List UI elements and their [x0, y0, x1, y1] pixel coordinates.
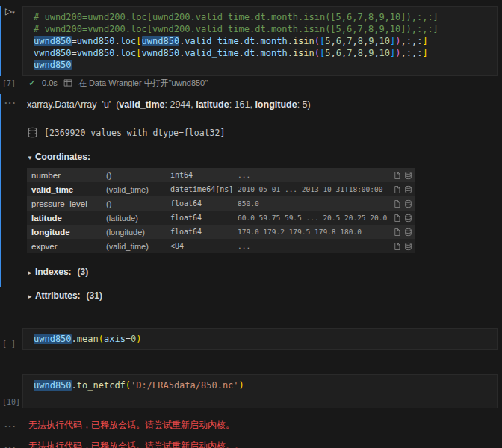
code-token: vwnd850: [77, 48, 115, 58]
cell3-gutter: [10]: [0, 374, 22, 408]
notebook-cell-3: [10] uwnd850.to_netcdf('D:/ERA5data/850.…: [0, 374, 502, 408]
cell1-output: ··· xarray.DataArray 'u' (valid_time: 29…: [0, 96, 502, 301]
xarray-header: xarray.DataArray 'u' (valid_time: 2944, …: [27, 99, 502, 111]
attributes-page-icon[interactable]: [393, 214, 401, 223]
code-line[interactable]: uwnd850.mean(axis=0): [34, 333, 491, 345]
code-editor-cell-2[interactable]: uwnd850.mean(axis=0): [22, 328, 498, 350]
success-check-icon: ✓: [28, 78, 36, 88]
output-gutter: ···: [0, 440, 22, 448]
code-token: ]: [422, 36, 427, 46]
array-values-summary: [2369920 values with dtype=float32]: [44, 128, 225, 138]
coordinates-section-toggle[interactable]: ▼Coordinates:: [27, 152, 502, 162]
code-token: ): [395, 36, 400, 46]
code-token: isin: [293, 36, 314, 46]
triangle-down-icon: ▼: [27, 155, 33, 161]
database-icon[interactable]: [404, 171, 412, 180]
code-line[interactable]: # vwnd200=vwnd200.loc[vwnd200.valid_time…: [34, 23, 491, 35]
output-overflow-icon[interactable]: ···: [4, 97, 16, 108]
code-token: valid_time: [185, 36, 238, 46]
execution-time: 0.0s: [42, 78, 58, 87]
code-editor-cell-1[interactable]: # uwnd200=uwnd200.loc[uwnd200.valid_time…: [22, 6, 498, 76]
output-focus-bar: [0, 94, 1, 287]
code-line[interactable]: vwnd850=vwnd850.loc[vwnd850.valid_time.d…: [34, 47, 491, 59]
code-token: [: [136, 48, 141, 58]
code-token: dt: [244, 36, 255, 46]
coord-name: number: [31, 171, 106, 180]
database-icon[interactable]: [404, 199, 412, 208]
code-token: 6: [336, 36, 341, 46]
code-line[interactable]: uwnd850.to_netcdf('D:/ERA5data/850.nc'): [34, 379, 491, 391]
error-message: 无法执行代码，已释放会话。请尝试重新启动内核。。: [22, 440, 502, 448]
code-token: =: [72, 48, 77, 58]
output-overflow-icon[interactable]: ···: [4, 441, 16, 448]
play-icon: ▷: [5, 6, 12, 16]
code-token: uwnd850: [34, 334, 72, 344]
code-token: loc: [120, 48, 137, 58]
code-token: [97, 99, 102, 110]
coordinates-table: number () int64 ... valid_time (valid_ti…: [27, 168, 415, 253]
code-line[interactable]: uwnd850=uwnd850.loc[uwnd850.valid_time.d…: [34, 35, 491, 47]
indexes-section-toggle[interactable]: ►Indexes:(3): [27, 267, 502, 277]
database-icon[interactable]: [404, 228, 412, 237]
xarray-array-preview: [2369920 values with dtype=float32]: [27, 127, 502, 138]
code-token: ,: [374, 48, 379, 58]
code-token: loc: [120, 36, 137, 46]
coord-preview: 2010-05-01 ... 2013-10-31T18:00:00: [238, 185, 391, 193]
attributes-page-icon[interactable]: [393, 242, 401, 251]
coord-preview: 179.0 179.2 179.5 179.8 180.0: [238, 228, 391, 236]
code-token: xarray.DataArray: [27, 99, 97, 110]
notebook-cell-2: [ ] uwnd850.mean(axis=0): [0, 328, 502, 350]
attributes-page-icon[interactable]: [393, 171, 401, 180]
execution-count: [7]: [2, 79, 16, 87]
coord-dtype: float64: [170, 228, 238, 236]
code-token: .: [72, 380, 77, 391]
coord-dims: (latitude): [106, 214, 170, 223]
output-overflow-icon[interactable]: ···: [4, 420, 16, 432]
code-token: 'u': [102, 99, 111, 110]
coord-row: number () int64 ...: [27, 168, 415, 182]
database-icon[interactable]: [404, 214, 412, 223]
code-token: ,: [331, 48, 336, 58]
notebook-cell-1: ▷▾ [7] # uwnd200=uwnd200.loc[uwnd200.val…: [0, 6, 502, 90]
coord-row: pressure_level () float64 850.0: [27, 196, 415, 211]
database-icon[interactable]: [404, 185, 412, 194]
attributes-page-icon[interactable]: [393, 199, 401, 208]
code-token: 6: [336, 48, 341, 58]
attributes-section-toggle[interactable]: ►Attributes:(31): [27, 290, 502, 301]
code-token: latitude: [196, 99, 229, 110]
attributes-page-icon[interactable]: [393, 228, 401, 237]
code-token: # vwnd200=vwnd200.loc[vwnd200.valid_time…: [34, 24, 439, 34]
coord-dims: (valid_time): [106, 242, 170, 251]
cell-focus-bar: [0, 6, 1, 76]
code-token: (: [314, 48, 320, 58]
open-in-data-wrangler-link[interactable]: 在 Data Wrangler 中打开"uwnd850": [78, 78, 208, 89]
indexes-label: Indexes:: [35, 267, 72, 277]
cell1-gutter: ▷▾ [7]: [0, 6, 22, 90]
code-token: valid_time: [119, 99, 164, 110]
code-token: dt: [244, 48, 255, 58]
code-token: .: [239, 36, 244, 46]
coord-dims: (): [106, 171, 170, 180]
code-token: month: [261, 48, 288, 58]
cell-status-bar: ✓ 0.0s 在 Data Wrangler 中打开"uwnd850": [22, 76, 502, 90]
database-icon[interactable]: [404, 242, 412, 251]
run-cell-button[interactable]: ▷▾: [5, 6, 15, 16]
database-icon[interactable]: [27, 127, 38, 138]
cell2-gutter: [ ]: [0, 328, 22, 350]
code-editor-cell-3[interactable]: uwnd850.to_netcdf('D:/ERA5data/850.nc'): [22, 374, 498, 408]
triangle-right-icon: ►: [27, 270, 33, 276]
code-token: ): [395, 48, 400, 58]
code-line[interactable]: uwnd850: [34, 59, 491, 71]
code-token: ): [136, 334, 141, 344]
chevron-down-icon: ▾: [12, 10, 15, 16]
code-line-empty[interactable]: [34, 391, 491, 403]
execution-count: [10]: [2, 398, 20, 406]
code-token: .: [72, 334, 77, 344]
code-token: vwnd850: [34, 48, 72, 58]
code-line[interactable]: # uwnd200=uwnd200.loc[uwnd200.valid_time…: [34, 11, 491, 23]
attributes-page-icon[interactable]: [393, 185, 401, 194]
code-token: isin: [293, 48, 314, 58]
code-token: # uwnd200=uwnd200.loc[uwnd200.valid_time…: [34, 12, 439, 22]
code-token: axis: [104, 334, 126, 344]
code-token: .: [239, 48, 244, 58]
